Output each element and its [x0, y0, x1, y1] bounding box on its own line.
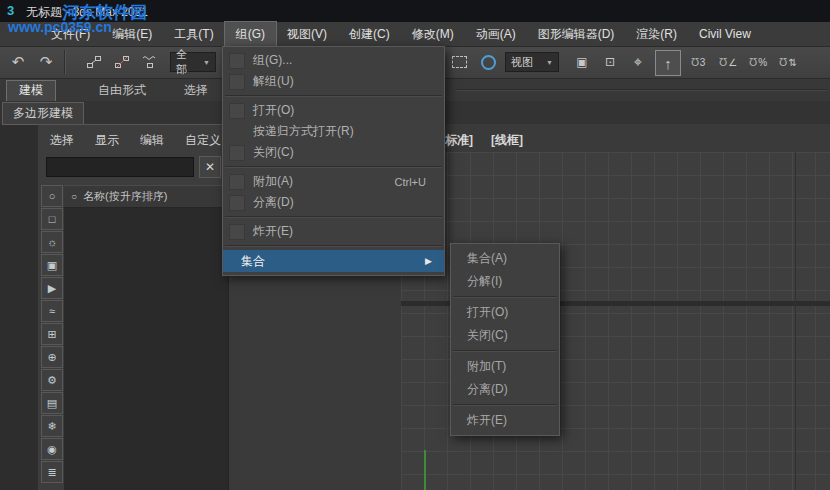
menu-civil-view[interactable]: Civil View: [688, 22, 762, 46]
containers-filter-icon[interactable]: ▤: [41, 392, 63, 414]
reference-coordinate-dropdown[interactable]: 视图 ▼: [505, 52, 559, 72]
menu-item-assembly[interactable]: 集合 ▶: [223, 250, 444, 272]
menu-item-shortcut: Ctrl+U: [395, 176, 426, 188]
close-group-icon: [229, 145, 245, 161]
chevron-down-icon: ▼: [203, 59, 210, 66]
select-and-link-icon[interactable]: [82, 50, 106, 74]
cameras-filter-icon[interactable]: ▣: [41, 254, 63, 276]
menu-separator: [453, 404, 557, 406]
title-bar: 3 无标题 - 3ds Max 2021: [0, 0, 830, 22]
frozen-filter-icon[interactable]: ❄: [41, 415, 63, 437]
menu-item-group[interactable]: 组(G)...: [223, 50, 444, 71]
display-filter-strip: ○ □ ☼ ▣ ▶ ≈ ⊞ ⊕ ⚙ ▤ ❄ ◉ ≣: [41, 185, 63, 484]
explorer-tab-display[interactable]: 显示: [95, 132, 119, 149]
lights-filter-icon[interactable]: ☼: [41, 231, 63, 253]
clear-search-icon[interactable]: ✕: [199, 156, 221, 178]
menu-item-ungroup[interactable]: 解组(U): [223, 71, 444, 92]
rectangular-selection-region-icon[interactable]: [447, 50, 471, 74]
redo-icon[interactable]: ↷: [34, 50, 58, 74]
groups-filter-icon[interactable]: ⊕: [41, 346, 63, 368]
display-all-icon[interactable]: ○: [41, 185, 63, 207]
keyboard-shortcut-override-icon[interactable]: ↑: [655, 50, 681, 76]
menu-rendering[interactable]: 渲染(R): [625, 22, 688, 46]
selection-filter-icon[interactable]: ▶: [41, 277, 63, 299]
window-title: 无标题 - 3ds Max 2021: [26, 4, 148, 21]
submenu-item-disassemble[interactable]: 分解(I): [451, 270, 559, 293]
explorer-object-list[interactable]: [64, 208, 228, 490]
ribbon-tab-modeling[interactable]: 建模: [6, 80, 56, 102]
list-view-icon[interactable]: ≣: [41, 461, 63, 483]
assembly-submenu: 集合(A) 分解(I) 打开(O) 关闭(C) 附加(T) 分离(D) 炸开(E…: [450, 243, 560, 436]
menu-file[interactable]: 文件(F): [40, 22, 101, 46]
explorer-tab-customize[interactable]: 自定义: [185, 132, 221, 149]
explorer-tab-edit[interactable]: 编辑: [140, 132, 164, 149]
menu-views[interactable]: 视图(V): [276, 22, 338, 46]
app-icon: 3: [7, 3, 14, 18]
geometry-filter-icon[interactable]: □: [41, 208, 63, 230]
undo-icon[interactable]: ↶: [6, 50, 30, 74]
ungroup-icon: [229, 74, 245, 90]
viewport-shading-label-standard[interactable]: [标准]: [441, 132, 473, 149]
menu-edit[interactable]: 编辑(E): [101, 22, 163, 46]
menu-group[interactable]: 组(G): [225, 22, 276, 46]
unlink-selection-icon[interactable]: [110, 50, 134, 74]
menu-animation[interactable]: 动画(A): [465, 22, 527, 46]
space-warps-filter-icon[interactable]: ≈: [41, 300, 63, 322]
angle-snap-icon[interactable]: Ω∠: [716, 50, 740, 74]
menu-separator: [225, 166, 442, 168]
menu-item-close[interactable]: 关闭(C): [223, 142, 444, 163]
submenu-item-close[interactable]: 关闭(C): [451, 324, 559, 347]
open-group-icon: [229, 103, 245, 119]
name-column-label: 名称(按升序排序): [83, 189, 167, 204]
world-y-axis-line: [424, 450, 426, 490]
bind-to-space-warp-icon[interactable]: [138, 50, 162, 74]
menu-tools[interactable]: 工具(T): [163, 22, 224, 46]
submenu-item-explode[interactable]: 炸开(E): [451, 409, 559, 432]
menu-create[interactable]: 创建(C): [338, 22, 401, 46]
menu-separator: [225, 95, 442, 97]
menu-item-detach[interactable]: 分离(D): [223, 192, 444, 213]
submenu-item-open[interactable]: 打开(O): [451, 301, 559, 324]
window-crossing-toggle-icon[interactable]: [476, 50, 500, 74]
grid-major-vertical-line: [795, 152, 796, 490]
explode-icon: [229, 224, 245, 240]
menu-item-label: 分离(D): [253, 194, 294, 211]
menu-modifiers[interactable]: 修改(M): [401, 22, 465, 46]
menu-item-label: 附加(A): [253, 173, 293, 190]
menu-item-label: 打开(O): [253, 102, 294, 119]
group-icon: [229, 53, 245, 69]
spinner-snap-icon[interactable]: Ω⇅: [776, 50, 800, 74]
use-pivot-center-icon[interactable]: ▣: [570, 50, 594, 74]
menu-graph-editors[interactable]: 图形编辑器(D): [527, 22, 626, 46]
3dsmax-window: 3 无标题 - 3ds Max 2021 河东软件园 www.pc0359.cn…: [0, 0, 830, 490]
explorer-tab-select[interactable]: 选择: [50, 132, 74, 149]
selection-filter-dropdown[interactable]: 全部 ▼: [170, 52, 216, 72]
menu-item-label: 按递归方式打开(R): [253, 123, 354, 140]
submenu-item-assemble[interactable]: 集合(A): [451, 247, 559, 270]
menu-item-explode[interactable]: 炸开(E): [223, 221, 444, 242]
select-and-manipulate-icon[interactable]: ⊡: [598, 50, 622, 74]
menu-item-open[interactable]: 打开(O): [223, 100, 444, 121]
helpers-filter-icon[interactable]: ⊞: [41, 323, 63, 345]
submenu-item-detach[interactable]: 分离(D): [451, 378, 559, 401]
explorer-search-input[interactable]: [46, 157, 194, 177]
snap-toggle-3d-icon[interactable]: Ω3: [686, 50, 710, 74]
percent-snap-icon[interactable]: Ω%: [746, 50, 770, 74]
select-and-move-icon[interactable]: ⌖: [626, 50, 650, 74]
toolbar-separator: [64, 50, 66, 74]
submenu-item-attach[interactable]: 附加(T): [451, 355, 559, 378]
chevron-down-icon: ▼: [546, 59, 553, 66]
detach-icon: [229, 195, 245, 211]
ribbon-tab-selection[interactable]: 选择: [172, 80, 220, 100]
hidden-filter-icon[interactable]: ◉: [41, 438, 63, 460]
explorer-name-column-header[interactable]: ○ 名称(按升序排序): [64, 185, 228, 208]
menu-item-open-recursively[interactable]: 按递归方式打开(R): [223, 121, 444, 142]
group-menu-dropdown: 组(G)... 解组(U) 打开(O) 按递归方式打开(R) 关闭(C) 附加(…: [222, 46, 445, 276]
ribbon-panel-polygon-modeling[interactable]: 多边形建模: [2, 102, 84, 125]
menu-item-attach[interactable]: 附加(A) Ctrl+U: [223, 171, 444, 192]
materials-filter-icon[interactable]: ⚙: [41, 369, 63, 391]
selection-filter-value: 全部: [176, 47, 197, 77]
viewport-shading-label-wireframe[interactable]: [线框]: [491, 132, 523, 149]
menu-item-label: 炸开(E): [253, 223, 293, 240]
ribbon-tab-freeform[interactable]: 自由形式: [86, 80, 158, 100]
